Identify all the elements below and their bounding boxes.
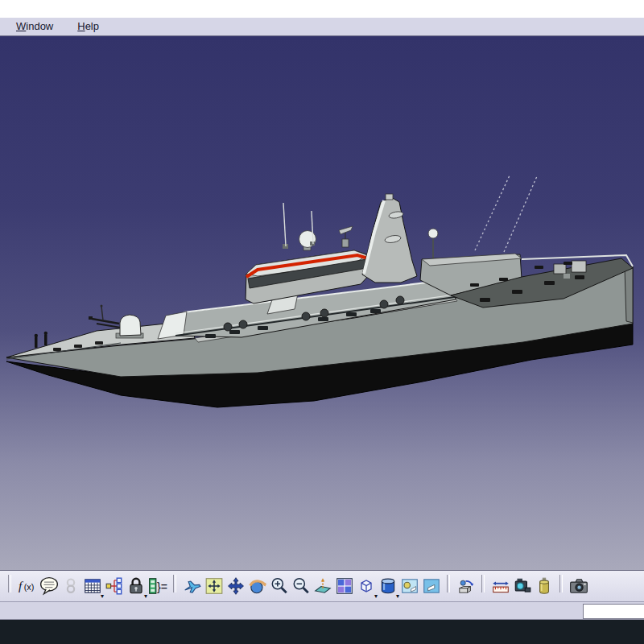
measure-item-icon[interactable] [511,574,533,598]
radar-antenna [339,226,353,247]
svg-text:f: f [19,579,23,592]
toolbar-separator [8,575,11,592]
menu-help[interactable]: Help [77,19,99,35]
link-icon [60,574,81,598]
bottom-dark-strip [0,620,644,644]
rotate-icon[interactable] [246,574,268,598]
hide-show-icon[interactable] [398,574,420,598]
equivalent-dimensions-icon[interactable]: }= [147,574,168,598]
toolbar-separator [559,575,563,592]
stern-transom [625,266,633,323]
measure-between-icon[interactable] [489,574,511,598]
whip-antenna-lines [475,175,537,252]
menubar: Window Help [0,18,644,36]
statusbar [0,602,644,620]
svg-text:}=: }= [156,580,167,593]
zoom-in-icon[interactable] [268,574,290,598]
toolbar-separator [173,575,176,592]
toolbar-separator [447,575,450,592]
toolbar-group-knowledge: f(x)▾▾}= [16,574,168,598]
fit-all-in-icon[interactable] [203,574,225,598]
knowledge-tree-icon[interactable] [103,574,125,598]
swap-visible-space-icon[interactable] [420,574,442,598]
3d-viewport[interactable] [0,36,644,570]
formula-icon[interactable]: f(x) [16,574,38,598]
camera-icon[interactable] [568,574,589,598]
title-strip [0,0,644,18]
toolbar-group-capture [568,574,589,598]
shading-icon[interactable]: ▾ [377,574,398,598]
isometric-view-icon[interactable]: ▾ [355,574,377,598]
toolbar-group-measure [489,574,555,598]
toolbar-separator [481,575,485,592]
toolbar-group-view: ▾▾ [181,574,442,598]
apply-material-icon[interactable] [533,574,555,598]
normal-view-icon[interactable] [312,574,333,598]
turntable-icon[interactable] [455,574,477,598]
bottom-toolbar: f(x)▾▾}=▾▾ [0,570,644,602]
toolbar-group-turntable [455,574,477,598]
pan-icon[interactable] [225,574,246,598]
mast [362,194,417,283]
command-input[interactable] [583,604,644,619]
bridge-whip-antennas [283,203,315,249]
menu-window[interactable]: Window [16,19,53,35]
ship-model[interactable] [0,36,644,570]
svg-text:(x): (x) [23,582,34,592]
comment-icon[interactable] [38,574,60,598]
multi-view-icon[interactable] [333,574,355,598]
design-table-icon[interactable]: ▾ [81,574,103,598]
fly-mode-icon[interactable] [181,574,203,598]
lock-icon[interactable]: ▾ [125,574,147,598]
zoom-out-icon[interactable] [290,574,312,598]
